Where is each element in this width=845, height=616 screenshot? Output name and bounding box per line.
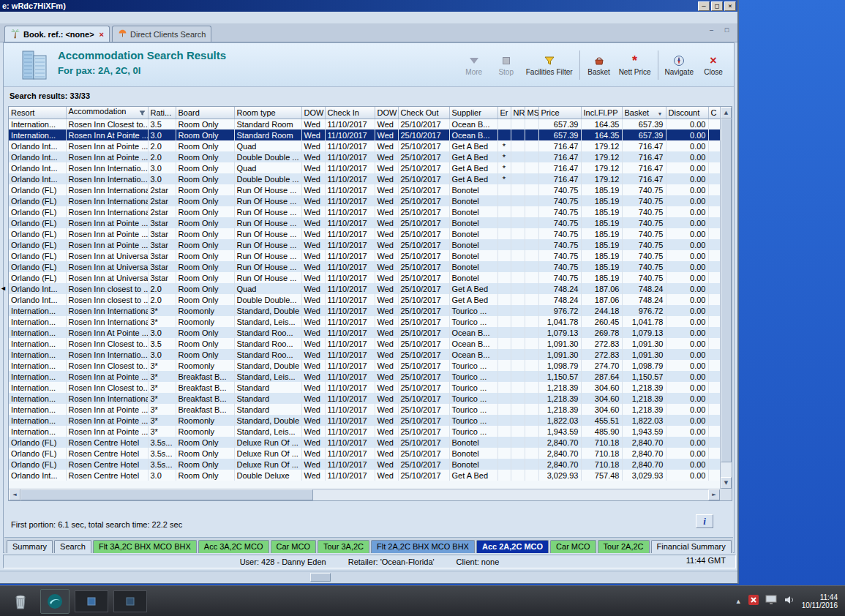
bottom-tab-search[interactable]: Search	[54, 540, 91, 553]
column-header-dow[interactable]: DOW	[375, 107, 398, 119]
filter-icon[interactable]	[139, 109, 146, 118]
bottom-tab-acc-2a-2c-mco[interactable]: Acc 2A,2C MCO	[476, 540, 549, 553]
table-row[interactable]: Orlando Int...Rosen Inn at Pointe ...2.0…	[9, 140, 720, 151]
toolbar-button-navigate[interactable]: Navigate	[661, 46, 697, 84]
table-row[interactable]: Internation...Rosen Inn at Pointe ...3*B…	[9, 404, 720, 415]
column-header-c[interactable]: C	[708, 107, 720, 119]
column-header-basket[interactable]: Basket▼	[622, 107, 666, 119]
table-row[interactable]: Orlando (FL)Rosen Inn at Pointe ...3star…	[9, 228, 720, 239]
table-row[interactable]: Internation...Rosen Inn Closest to...3.5…	[9, 338, 720, 349]
table-row[interactable]: Internation...Rosen Inn at Pointe ...3*R…	[9, 415, 720, 426]
bottom-tab-financial-summary[interactable]: Financial Summary	[651, 540, 732, 553]
column-header-incl-fl-pp[interactable]: Incl.Fl.PP	[581, 107, 622, 119]
bottom-tab-flt-2a-2c-bhx-mco-bhx[interactable]: Flt 2A,2C BHX MCO BHX	[371, 540, 475, 553]
bottom-tab-summary[interactable]: Summary	[7, 540, 53, 553]
grid-horizontal-scrollbar[interactable]: ◄ ►	[9, 489, 720, 500]
taskbar-window-button[interactable]	[75, 590, 108, 612]
scroll-up-icon[interactable]: ▲	[721, 107, 732, 119]
taskbar-clock[interactable]: 11:44 10/11/2016	[802, 593, 838, 609]
taskbar-window-button[interactable]	[113, 590, 147, 612]
table-row[interactable]: Orlando (FL)Rosen Centre Hotel3.5s...Roo…	[9, 448, 720, 459]
scroll-down-icon[interactable]: ▼	[721, 477, 732, 489]
tab-close-icon[interactable]: ×	[99, 30, 104, 39]
table-row[interactable]: Orlando Int...Rosen Centre Hotel3.0Room …	[9, 470, 720, 481]
bottom-tab-car-mco[interactable]: Car MCO	[271, 540, 316, 553]
horizontal-scroll-thumb[interactable]	[20, 489, 313, 500]
bottom-tab-flt-3a-2c-bhx-mco-bhx[interactable]: Flt 3A,2C BHX MCO BHX	[93, 540, 197, 553]
window-close-button[interactable]: ×	[724, 1, 736, 11]
column-header-nr[interactable]: NR	[511, 107, 525, 119]
cell: Rosen Inn International	[66, 393, 148, 404]
cell: Wed	[301, 327, 325, 338]
info-button[interactable]: i	[696, 514, 713, 528]
window-titlebar[interactable]: e: wRdc7HiXFm) – □ ×	[0, 0, 737, 12]
column-header-ms[interactable]: MS	[525, 107, 538, 119]
column-header-check-out[interactable]: Check Out	[398, 107, 449, 119]
column-header-check-in[interactable]: Check In	[325, 107, 375, 119]
bottom-tab-tour-3a-2c[interactable]: Tour 3A,2C	[318, 540, 369, 553]
column-header-accommodation[interactable]: Accommodation	[66, 107, 148, 119]
panel-minimize-icon[interactable]: –	[707, 26, 716, 35]
column-header-room-type[interactable]: Room type	[234, 107, 301, 119]
table-row[interactable]: Orlando Int...Rosen Inn Internatio...3.0…	[9, 162, 720, 173]
speaker-icon[interactable]	[784, 595, 795, 608]
vertical-scroll-thumb[interactable]	[721, 119, 732, 462]
table-row[interactable]: Internation...Rosen Inn At Pointe ...3.0…	[9, 327, 720, 338]
column-header-discount[interactable]: Discount	[666, 107, 708, 119]
toolbar-button-basket[interactable]: Basket	[583, 46, 615, 84]
table-row[interactable]: Orlando Int...Rosen Inn Internatio...3.0…	[9, 173, 720, 184]
column-header-price[interactable]: Price	[538, 107, 581, 119]
table-row[interactable]: Orlando Int...Rosen Inn at Pointe ...2.0…	[9, 151, 720, 162]
table-row[interactable]: Internation...Rosen Inn Internatio...3.0…	[9, 349, 720, 360]
column-header-board[interactable]: Board	[176, 107, 234, 119]
table-row[interactable]: Orlando (FL)Rosen Inn at Universal3starR…	[9, 261, 720, 272]
tab-direct-clients-search[interactable]: Direct Clients Search	[112, 26, 211, 42]
table-row[interactable]: Internation...Rosen Inn at Pointe ...3*B…	[9, 371, 720, 382]
table-row[interactable]: Internation...Rosen Inn Closest to...3.5…	[9, 119, 720, 129]
column-header-supplier[interactable]: Supplier	[449, 107, 497, 119]
bottom-tab-car-mco[interactable]: Car MCO	[550, 540, 596, 553]
table-row[interactable]: Orlando (FL)Rosen Inn at Pointe ...3star…	[9, 239, 720, 250]
table-row[interactable]: Orlando (FL)Rosen Inn at Universal3starR…	[9, 272, 720, 283]
panel-restore-icon[interactable]: □	[722, 26, 732, 35]
hidden-icons-chevron-icon[interactable]: ▲	[735, 598, 742, 605]
tab-booking-ref[interactable]: Book. ref.: <none> ×	[4, 26, 110, 42]
table-row[interactable]: Orlando (FL)Rosen Inn International2star…	[9, 206, 720, 217]
column-header-rati[interactable]: Rati...	[148, 107, 176, 119]
window-maximize-button[interactable]: □	[711, 1, 723, 11]
recycle-bin-icon[interactable]	[6, 589, 35, 614]
window-minimize-button[interactable]: –	[698, 1, 710, 11]
grid-vertical-scrollbar[interactable]: ▲ ▼	[720, 107, 732, 489]
panel-handle[interactable]: ◄	[0, 284, 7, 293]
table-row[interactable]: Internation...Rosen Inn Closest to...3*R…	[9, 360, 720, 371]
table-row[interactable]: Orlando Int...Rosen Inn closest to ...2.…	[9, 294, 720, 305]
toolbar-button-nett-price[interactable]: *Nett Price	[615, 46, 655, 84]
column-header-resort[interactable]: Resort	[9, 107, 66, 119]
table-row[interactable]: Orlando (FL)Rosen Centre Hotel3.5s...Roo…	[9, 459, 720, 470]
alert-tray-icon[interactable]	[748, 595, 759, 608]
bottom-tab-acc-3a-2c-mco[interactable]: Acc 3A,2C MCO	[198, 540, 269, 553]
column-header-er[interactable]: Er	[497, 107, 511, 119]
table-row[interactable]: Internation...Rosen Inn at Pointe ...3*R…	[9, 426, 720, 437]
toolbar-button-facilities-filter[interactable]: Facilities Filter	[522, 46, 577, 84]
table-row[interactable]: Orlando (FL)Rosen Inn at Pointe ...3star…	[9, 217, 720, 228]
scroll-right-icon[interactable]: ►	[708, 489, 720, 500]
scroll-left-icon[interactable]: ◄	[9, 489, 20, 500]
table-row[interactable]: Internation...Rosen Inn International3*R…	[9, 316, 720, 327]
toolbar-button-close[interactable]: ×Close	[697, 46, 729, 84]
bottom-tab-tour-2a-2c[interactable]: Tour 2A,2C	[598, 540, 650, 553]
column-header-dow[interactable]: DOW	[301, 107, 325, 119]
table-row[interactable]: Internation...Rosen Inn International3*R…	[9, 305, 720, 316]
table-row[interactable]: Orlando Int...Rosen Inn closest to ...2.…	[9, 283, 720, 294]
window-scroll-thumb[interactable]	[310, 573, 331, 582]
table-row[interactable]: Internation...Rosen Inn At Pointe ...3.0…	[9, 129, 720, 140]
taskbar-app-button[interactable]	[40, 589, 70, 614]
table-row[interactable]: Orlando (FL)Rosen Inn International2star…	[9, 195, 720, 206]
window-horizontal-scrollbar[interactable]	[0, 571, 737, 583]
table-row[interactable]: Internation...Rosen Inn Closest to...3*B…	[9, 382, 720, 393]
table-row[interactable]: Orlando (FL)Rosen Inn International2star…	[9, 184, 720, 195]
display-tray-icon[interactable]	[765, 595, 777, 608]
table-row[interactable]: Orlando (FL)Rosen Centre Hotel3.5s...Roo…	[9, 437, 720, 448]
table-row[interactable]: Internation...Rosen Inn International3*B…	[9, 393, 720, 404]
table-row[interactable]: Orlando (FL)Rosen Inn at Universal3starR…	[9, 250, 720, 261]
